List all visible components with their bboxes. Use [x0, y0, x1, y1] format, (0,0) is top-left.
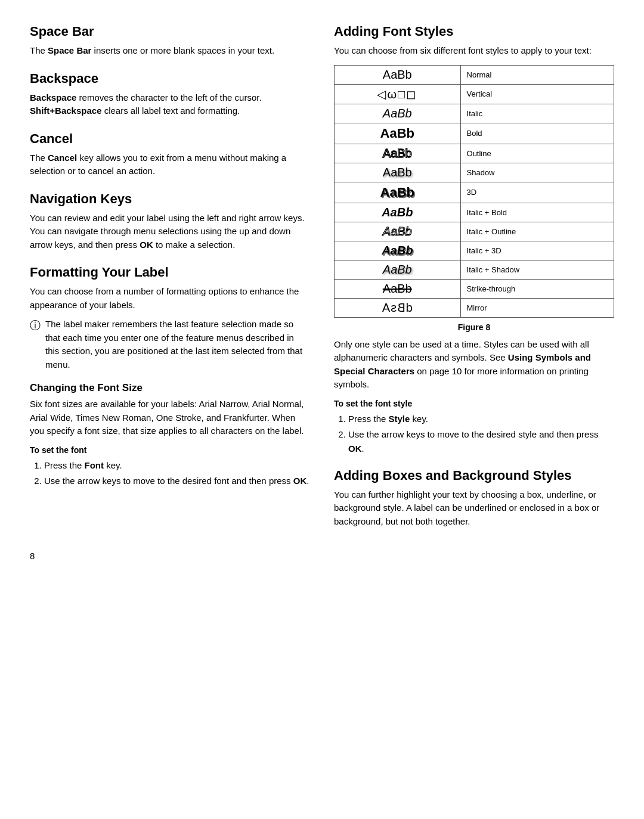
- table-cell-name: Vertical: [460, 84, 614, 104]
- table-cell-style: dBsA: [335, 298, 461, 317]
- backspace-text: Backspace removes the character to the l…: [30, 91, 310, 118]
- info-box-text: The label maker remembers the last featu…: [45, 318, 310, 371]
- table-cell-style: AaBb: [335, 144, 461, 163]
- set-font-style-steps: Press the Style key. Use the arrow keys …: [348, 412, 614, 456]
- table-row: ◁ω□◻ Vertical: [335, 84, 614, 104]
- space-bar-text: The Space Bar inserts one or more blank …: [30, 44, 310, 58]
- table-cell-style: AaBb: [335, 123, 461, 144]
- table-cell-name: Outline: [460, 144, 614, 163]
- page-number: 8: [30, 551, 35, 561]
- table-cell-name: Bold: [460, 123, 614, 144]
- space-bar-heading: Space Bar: [30, 24, 310, 39]
- table-row: dBsA Mirror: [335, 298, 614, 317]
- table-cell-name: Mirror: [460, 298, 614, 317]
- table-cell-style: AaBb: [335, 104, 461, 123]
- table-row: AaBb Bold: [335, 123, 614, 144]
- table-row: AaBb Italic + Bold: [335, 203, 614, 222]
- adding-boxes-heading: Adding Boxes and Background Styles: [334, 468, 614, 483]
- right-column: Adding Font Styles You can choose from s…: [334, 24, 614, 533]
- table-cell-style: AaBb: [335, 260, 461, 279]
- table-row: AaBb 3D: [335, 182, 614, 203]
- table-cell-name: Italic + Shadow: [460, 260, 614, 279]
- table-cell-name: Strike-through: [460, 279, 614, 298]
- font-size-text: Six font sizes are available for your la…: [30, 398, 310, 438]
- table-cell-style: AaBb: [335, 203, 461, 222]
- formatting-text: You can choose from a number of formatti…: [30, 285, 310, 312]
- figure-caption: Figure 8: [334, 322, 614, 332]
- table-row: AaBb Normal: [335, 65, 614, 84]
- table-cell-style: AaBb: [335, 65, 461, 84]
- set-font-steps: Press the Font key. Use the arrow keys t…: [44, 458, 310, 488]
- table-cell-name: Italic + Bold: [460, 203, 614, 222]
- table-cell-name: 3D: [460, 182, 614, 203]
- table-cell-style: AaBb: [335, 182, 461, 203]
- font-size-heading: Changing the Font Size: [30, 382, 310, 394]
- left-column: Space Bar The Space Bar inserts one or m…: [30, 24, 310, 533]
- nav-keys-text: You can review and edit your label using…: [30, 212, 310, 252]
- table-row: AaBb Shadow: [335, 163, 614, 182]
- table-cell-name: Normal: [460, 65, 614, 84]
- set-font-style-label: To set the font style: [334, 399, 614, 408]
- table-cell-style: AaBb: [335, 222, 461, 241]
- table-row: AaBb Italic + 3D: [335, 241, 614, 260]
- font-styles-table: AaBb Normal ◁ω□◻ Vertical AaBb Italic Aa…: [334, 65, 614, 318]
- adding-boxes-text: You can further highlight your text by c…: [334, 488, 614, 529]
- table-cell-style: ◁ω□◻: [335, 84, 461, 104]
- table-row: AaBb Italic + Outline: [335, 222, 614, 241]
- table-cell-name: Italic: [460, 104, 614, 123]
- table-row: AaBb Outline: [335, 144, 614, 163]
- set-font-label: To set the font: [30, 445, 310, 455]
- adding-font-styles-intro: You can choose from six different font s…: [334, 44, 614, 58]
- cancel-heading: Cancel: [30, 131, 310, 147]
- set-font-step-2: Use the arrow keys to move to the desire…: [44, 474, 310, 488]
- table-cell-style: AaBb: [335, 163, 461, 182]
- page-number-container: 8: [30, 551, 614, 561]
- set-font-style-step-2: Use the arrow keys to move to the desire…: [348, 427, 614, 456]
- table-cell-name: Italic + 3D: [460, 241, 614, 260]
- main-layout: Space Bar The Space Bar inserts one or m…: [30, 24, 614, 533]
- table-cell-style: AaBb: [335, 241, 461, 260]
- set-font-style-step-1: Press the Style key.: [348, 412, 614, 426]
- table-cell-name: Shadow: [460, 163, 614, 182]
- table-row: AaBb Italic: [335, 104, 614, 123]
- adding-font-styles-heading: Adding Font Styles: [334, 24, 614, 39]
- set-font-step-1: Press the Font key.: [44, 458, 310, 473]
- table-row: AaBb Strike-through: [335, 279, 614, 298]
- cancel-text: The Cancel key allows you to exit from a…: [30, 151, 310, 178]
- font-styles-body: Only one style can be used at a time. St…: [334, 338, 614, 392]
- nav-keys-heading: Navigation Keys: [30, 191, 310, 207]
- table-cell-style: AaBb: [335, 279, 461, 298]
- table-cell-name: Italic + Outline: [460, 222, 614, 241]
- info-icon: ⓘ: [30, 318, 41, 333]
- info-box: ⓘ The label maker remembers the last fea…: [30, 318, 310, 371]
- backspace-heading: Backspace: [30, 71, 310, 86]
- formatting-heading: Formatting Your Label: [30, 265, 310, 280]
- table-row: AaBb Italic + Shadow: [335, 260, 614, 279]
